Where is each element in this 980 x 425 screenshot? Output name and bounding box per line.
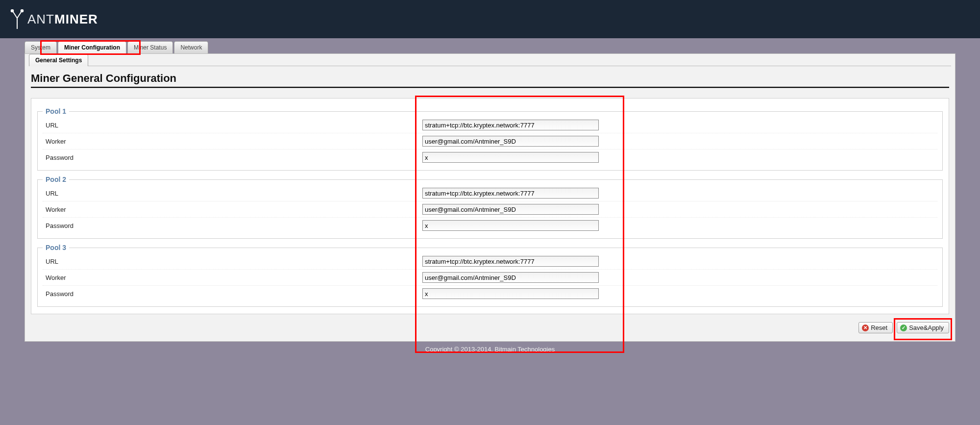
pool-3-worker-input[interactable] xyxy=(422,272,599,283)
pool-3-url-label: URL xyxy=(43,258,422,265)
pool-1-worker-input[interactable] xyxy=(422,136,599,147)
pool-2-worker-row: Worker xyxy=(43,201,937,217)
tab-network[interactable]: Network xyxy=(174,41,208,53)
pool-3-fieldset: Pool 3 URL Worker Password xyxy=(37,244,943,307)
reset-button[interactable]: ✕ Reset xyxy=(858,322,893,333)
svg-point-4 xyxy=(21,10,24,12)
pool-2-url-row: URL xyxy=(43,185,937,201)
pool-2-password-row: Password xyxy=(43,217,937,233)
svg-point-3 xyxy=(11,10,14,12)
antenna-icon xyxy=(10,9,24,29)
pool-1-url-row: URL xyxy=(43,117,937,133)
tab-miner-configuration[interactable]: Miner Configuration xyxy=(58,41,126,53)
pools-container: Pool 1 URL Worker Password Poo xyxy=(31,98,949,314)
pool-3-url-row: URL xyxy=(43,253,937,269)
pool-1-legend: Pool 1 xyxy=(43,107,69,115)
pool-2-password-input[interactable] xyxy=(422,220,599,231)
save-apply-button[interactable]: ✓ Save&Apply xyxy=(897,322,949,333)
brand-logo: ANTMINER xyxy=(10,9,98,29)
top-bar: ANTMINER xyxy=(0,0,980,38)
pool-3-url-input[interactable] xyxy=(422,256,599,267)
pool-2-worker-input[interactable] xyxy=(422,204,599,215)
pool-3-password-row: Password xyxy=(43,285,937,301)
pool-1-password-row: Password xyxy=(43,149,937,165)
pool-2-url-input[interactable] xyxy=(422,188,599,199)
pool-1-fieldset: Pool 1 URL Worker Password xyxy=(37,107,943,171)
reset-button-label: Reset xyxy=(871,324,887,331)
pool-2-worker-label: Worker xyxy=(43,206,422,213)
brand-text: ANTMINER xyxy=(27,12,98,27)
svg-line-2 xyxy=(17,11,22,18)
svg-line-1 xyxy=(13,11,17,18)
pool-3-legend: Pool 3 xyxy=(43,244,69,251)
pool-2-password-label: Password xyxy=(43,222,422,229)
button-row: ✕ Reset ✓ Save&Apply xyxy=(31,322,949,333)
pool-1-password-input[interactable] xyxy=(422,152,599,163)
divider-light xyxy=(31,88,949,88)
pool-3-password-input[interactable] xyxy=(422,288,599,299)
pool-2-fieldset: Pool 2 URL Worker Password xyxy=(37,175,943,239)
save-apply-button-label: Save&Apply xyxy=(909,324,944,331)
pool-3-worker-label: Worker xyxy=(43,274,422,281)
pool-2-legend: Pool 2 xyxy=(43,175,69,183)
pool-1-url-input[interactable] xyxy=(422,120,599,130)
subtab-general-settings[interactable]: General Settings xyxy=(29,54,88,66)
config-panel: General Settings Miner General Configura… xyxy=(24,53,956,342)
page-title: Miner General Configuration xyxy=(31,72,949,85)
pool-1-worker-label: Worker xyxy=(43,138,422,145)
footer-copyright: Copyright © 2013-2014, Bitmain Technolog… xyxy=(0,342,980,368)
sub-tabstrip: General Settings xyxy=(29,54,951,66)
tab-miner-status[interactable]: Miner Status xyxy=(127,41,173,53)
cancel-icon: ✕ xyxy=(862,325,869,331)
pool-2-url-label: URL xyxy=(43,190,422,197)
tab-system[interactable]: System xyxy=(24,41,57,53)
pool-1-url-label: URL xyxy=(43,122,422,129)
pool-3-worker-row: Worker xyxy=(43,269,937,285)
pool-1-password-label: Password xyxy=(43,154,422,161)
pool-3-password-label: Password xyxy=(43,290,422,298)
check-icon: ✓ xyxy=(900,325,907,331)
main-tabstrip: System Miner Configuration Miner Status … xyxy=(24,41,956,53)
pool-1-worker-row: Worker xyxy=(43,133,937,149)
